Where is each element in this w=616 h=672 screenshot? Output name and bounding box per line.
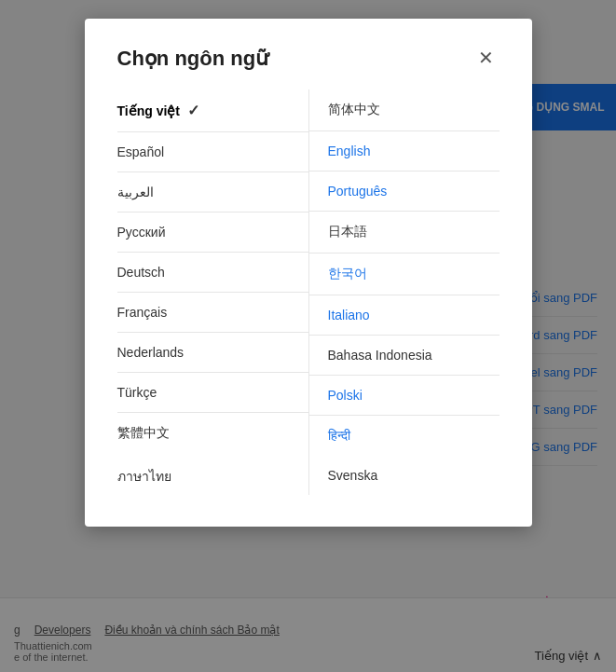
lang-item-traditional-chinese[interactable]: 繁體中文 [117, 413, 308, 454]
tieng-viet-label: Tiếng việt [117, 103, 181, 118]
lang-item-nederlands[interactable]: Nederlands [117, 333, 308, 373]
modal-header: Chọn ngôn ngữ ✕ [117, 47, 500, 71]
language-column-right: 简体中文 English Português 日本語 한국어 Italiano … [308, 89, 500, 499]
lang-item-francais[interactable]: Français [117, 293, 308, 333]
lang-item-simplified-chinese[interactable]: 简体中文 [308, 89, 500, 131]
lang-item-hindi[interactable]: हिन्दी [308, 416, 500, 456]
lang-item-espanol[interactable]: Español [117, 132, 308, 172]
lang-item-deutsch[interactable]: Deutsch [117, 253, 308, 293]
lang-item-italian[interactable]: Italiano [308, 295, 500, 336]
lang-item-korean[interactable]: 한국어 [308, 254, 500, 295]
lang-item-polish[interactable]: Polski [308, 376, 500, 416]
lang-item-tieng-viet[interactable]: Tiếng việt ✓ [117, 89, 308, 132]
lang-item-russian[interactable]: Русский [117, 213, 308, 253]
lang-item-turkce[interactable]: Türkçe [117, 373, 308, 413]
lang-item-english[interactable]: English [308, 131, 500, 171]
lang-item-thai[interactable]: ภาษาไทย [117, 454, 308, 499]
modal-title: Chọn ngôn ngữ [117, 47, 269, 71]
lang-item-japanese[interactable]: 日本語 [308, 212, 500, 254]
language-column-left: Tiếng việt ✓ Español العربية Русский Deu… [117, 89, 308, 499]
lang-item-arabic[interactable]: العربية [117, 172, 308, 213]
language-select-modal: Chọn ngôn ngữ ✕ Tiếng việt ✓ Español الع… [85, 19, 532, 527]
lang-item-portuguese[interactable]: Português [308, 171, 500, 212]
language-grid: Tiếng việt ✓ Español العربية Русский Deu… [117, 89, 500, 499]
modal-close-button[interactable]: ✕ [472, 47, 500, 69]
lang-item-swedish[interactable]: Svenska [308, 456, 500, 495]
lang-item-bahasa[interactable]: Bahasa Indonesia [308, 336, 500, 376]
check-icon: ✓ [187, 102, 199, 119]
